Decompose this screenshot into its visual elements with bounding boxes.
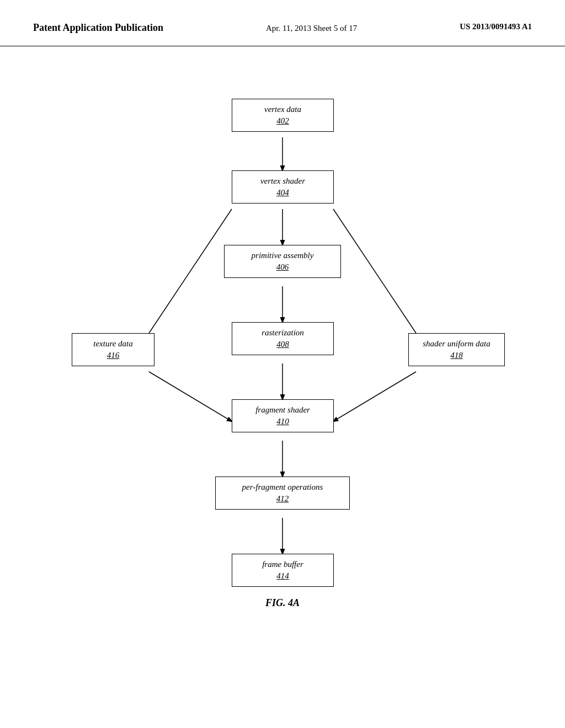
shader-uniform-ref: 418 [420,350,493,361]
vertex-data-label: vertex data [264,105,301,114]
figure-label: FIG. 4A [265,597,300,609]
per-fragment-label: per-fragment operations [242,483,323,491]
vertex-shader-box: vertex shader 404 [232,170,334,204]
rasterization-label: rasterization [262,328,304,337]
texture-data-box: texture data 416 [72,333,154,366]
shader-uniform-label: shader uniform data [423,339,491,348]
svg-line-8 [333,209,416,333]
header-date-sheet: Apr. 11, 2013 Sheet 5 of 17 [266,24,357,33]
primitive-assembly-ref: 406 [236,261,329,273]
header-center: Apr. 11, 2013 Sheet 5 of 17 [266,22,357,35]
fragment-shader-box: fragment shader 410 [232,399,334,432]
rasterization-box: rasterization 408 [232,322,334,355]
per-fragment-box: per-fragment operations 412 [215,477,350,510]
diagram-container: vertex data 402 vertex shader 404 primit… [0,46,565,653]
fragment-shader-ref: 410 [243,416,322,427]
vertex-shader-label: vertex shader [260,176,305,185]
svg-line-7 [149,372,232,421]
primitive-assembly-label: primitive assembly [252,251,314,260]
texture-data-ref: 416 [83,350,143,361]
frame-buffer-ref: 414 [243,570,322,582]
header-right: US 2013/0091493 A1 [460,22,532,31]
page-header: Patent Application Publication Apr. 11, … [0,0,565,46]
vertex-shader-ref: 404 [243,187,322,199]
vertex-data-box: vertex data 402 [232,99,334,132]
fragment-shader-label: fragment shader [255,405,310,414]
frame-buffer-label: frame buffer [262,560,303,569]
svg-line-9 [333,372,416,421]
header-left: Patent Application Publication [33,22,163,34]
primitive-assembly-box: primitive assembly 406 [224,245,341,278]
vertex-data-ref: 402 [243,115,322,127]
per-fragment-ref: 412 [227,493,338,505]
texture-data-label: texture data [93,339,133,348]
svg-line-6 [149,209,232,333]
shader-uniform-box: shader uniform data 418 [408,333,505,366]
rasterization-ref: 408 [243,339,322,350]
frame-buffer-box: frame buffer 414 [232,554,334,587]
